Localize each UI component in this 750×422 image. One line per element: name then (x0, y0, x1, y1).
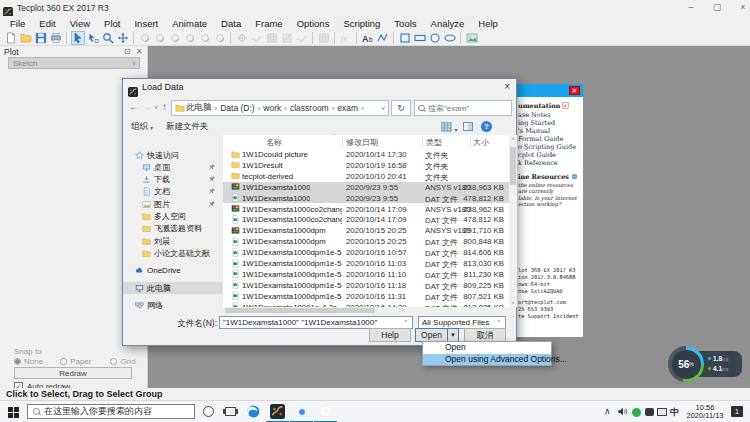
text-tool-icon[interactable]: Ab (361, 31, 375, 45)
task-view-icon[interactable] (225, 407, 236, 416)
sidebar-item-多人空间[interactable]: 多人空间 (123, 211, 223, 223)
cancel-button[interactable]: 取消 (464, 328, 506, 342)
sidebar-item-桌面[interactable]: 桌面 (123, 161, 223, 173)
file-row[interactable]: 1W1Dresult2020/10/19 16:58文件夹 (223, 160, 509, 171)
tray-expand-icon[interactable]: ∧ (604, 406, 611, 416)
scroll-thumb[interactable] (510, 147, 516, 185)
welcome-line[interactable]: k Reference (518, 159, 583, 167)
breadcrumb-segment[interactable]: work (262, 103, 282, 113)
file-row[interactable]: 1W1Dexamsta1000dpm1e-5-30s2020/10/16 11:… (223, 269, 509, 280)
menu-plot[interactable]: Plot (97, 18, 127, 29)
welcome-line[interactable]: ing Started (518, 119, 583, 127)
vertical-scrollbar[interactable]: ˄ ˅ (509, 135, 517, 307)
menu-item-open-using-advanced-options[interactable]: Open using Advanced Options... (423, 354, 551, 366)
redraw-button[interactable]: Redraw (14, 367, 132, 379)
app-tray-icon[interactable] (645, 408, 654, 416)
organize-button[interactable]: 组织 (131, 121, 148, 133)
file-row[interactable]: 1W1Dexamsta10002020/9/23 9:55ANSYS v180 … (223, 182, 509, 193)
print-button-icon[interactable] (49, 31, 63, 45)
file-row[interactable]: 1W1Dexamsta1000co2change2020/10/14 17:09… (223, 214, 509, 225)
edge-icon[interactable] (246, 404, 261, 419)
sidebar-item-网络[interactable]: 网络 (123, 299, 223, 311)
sidebar-item-下载[interactable]: 下载 (123, 174, 223, 186)
menu-tools[interactable]: Tools (387, 18, 423, 29)
welcome-close-icon[interactable]: ✕ (569, 86, 580, 95)
history-chevron-icon[interactable]: ˅ (154, 104, 158, 111)
ellipse-tool-icon[interactable] (443, 31, 457, 45)
scroll-thumb[interactable] (225, 308, 375, 313)
start-button[interactable] (8, 407, 19, 418)
circle-tool-icon[interactable] (428, 31, 442, 45)
file-row[interactable]: tecplot-derived2020/10/10 20:41文件夹 (223, 171, 509, 182)
welcome-line[interactable]: 's Manual (518, 127, 583, 135)
clock[interactable]: 10:56 2020/11/13 (684, 404, 726, 420)
tecplot-taskbar-icon[interactable] (270, 404, 285, 419)
welcome-line[interactable]: Format Guide (518, 135, 583, 143)
breadcrumb-segment[interactable]: exam (336, 103, 359, 113)
menu-animate[interactable]: Animate (165, 18, 214, 29)
breadcrumb-segment[interactable]: Data (D:) (219, 103, 255, 113)
welcome-line[interactable]: ase Notes (518, 111, 583, 119)
select-tool-icon[interactable] (71, 31, 85, 45)
rectangle-tool-icon[interactable] (413, 31, 427, 45)
file-row[interactable]: 1W1Dexamsta1000dpm2020/10/15 20:25DAT 文件… (223, 236, 509, 247)
radio-grid[interactable] (110, 358, 117, 365)
breadcrumb-segment[interactable]: 此电脑 (185, 102, 213, 114)
new-folder-button[interactable]: 新建文件夹 (166, 121, 209, 133)
menu-analyze[interactable]: Analyze (424, 18, 472, 29)
file-row[interactable]: 1W1Dcould picture2020/10/14 17:30文件夹 (223, 149, 509, 160)
file-row[interactable]: 1W1Dexamsta1000dpm1e-5-3s2020/10/16 10:5… (223, 247, 509, 258)
antivirus-tray-icon[interactable] (632, 408, 641, 417)
file-row[interactable]: 1W1Dexamsta10002020/9/23 9:55DAT 文件478,8… (223, 193, 509, 204)
horizontal-scrollbar[interactable] (223, 307, 509, 314)
column-name[interactable]: 名称 (266, 137, 282, 148)
sidebar-item-小论文基础文献[interactable]: 小论文基础文献 (123, 247, 223, 259)
menu-view[interactable]: View (63, 18, 97, 29)
help-icon[interactable]: ? (481, 121, 492, 132)
column-type[interactable]: 类型 (426, 137, 442, 148)
plot-mode-select[interactable]: Sketch ˅ (8, 57, 140, 69)
sidebar-item-刘晨[interactable]: 刘晨 (123, 235, 223, 247)
chevron-down-icon[interactable]: ˅ (381, 105, 388, 112)
sidebar-item-快速访问[interactable]: 快速访问 (123, 149, 223, 161)
notification-icon[interactable]: 1 (731, 406, 743, 417)
file-row[interactable]: 1W1Dexamsta1000dpm1e-5-120s2020/10/16 11… (223, 291, 509, 302)
sidebar-item-文档[interactable]: 文档 (123, 186, 223, 198)
cortana-icon[interactable] (203, 406, 214, 417)
preview-pane-icon[interactable] (463, 122, 473, 131)
welcome-line[interactable]: o Scripting Guide (518, 143, 583, 151)
breadcrumb[interactable]: 此电脑›Data (D:)›work›classroom›exam›˅ (171, 100, 389, 116)
welcome-titlebar[interactable]: ✕ (517, 84, 583, 97)
chevron-down-icon[interactable]: ˅ (404, 318, 408, 324)
menu-data[interactable]: Data (214, 18, 248, 29)
sidebar-item-图片[interactable]: 图片 (123, 198, 223, 210)
close-icon[interactable]: × (736, 2, 750, 12)
open-split-arrow-icon[interactable]: ▼ (447, 328, 459, 342)
insert-image-tool-icon[interactable] (465, 31, 479, 45)
file-row[interactable]: 1W1Dexamsta1000dpm1e-5-10s2020/10/16 11:… (223, 258, 509, 269)
chevron-down-icon[interactable]: ˅ (497, 318, 501, 324)
help-button[interactable]: Help (369, 328, 411, 342)
adjust-tool-icon[interactable] (86, 31, 100, 45)
column-date[interactable]: 修改日期 (346, 137, 378, 148)
new-layout-button-icon[interactable] (4, 31, 18, 45)
save-button-icon[interactable] (34, 31, 48, 45)
menu-options[interactable]: Options (290, 18, 337, 29)
file-row[interactable]: 1W1Dexamsta1000dpm1e-5-60s2020/10/16 11:… (223, 280, 509, 291)
zoom-tool-icon[interactable] (101, 31, 115, 45)
display-tray-icon[interactable] (657, 408, 667, 416)
menu-frame[interactable]: Frame (248, 18, 289, 29)
menu-item-open[interactable]: Open (423, 342, 551, 354)
sidebar-item-OneDrive[interactable]: OneDrive (123, 265, 223, 277)
minimize-icon[interactable]: – (684, 2, 698, 12)
taskbar-search-input[interactable]: 在这里输入你要搜索的内容 (27, 404, 195, 419)
breadcrumb-segment[interactable]: classroom (289, 103, 330, 113)
search-box[interactable]: 搜索"exam" (414, 100, 512, 116)
radio-none[interactable] (14, 358, 21, 365)
memory-usage-ball[interactable]: 56% (668, 346, 704, 382)
ime-indicator[interactable]: 中 (670, 406, 679, 419)
welcome-line[interactable]: cplot Guide (518, 151, 583, 159)
menu-edit[interactable]: Edit (32, 18, 62, 29)
dock-icon[interactable]: ⊡ (124, 47, 131, 56)
square-tool-icon[interactable] (398, 31, 412, 45)
